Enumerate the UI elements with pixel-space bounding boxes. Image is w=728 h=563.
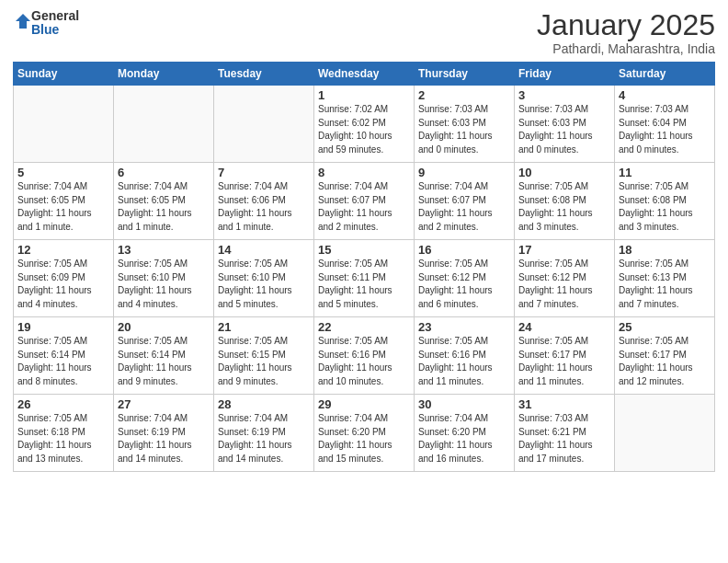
day-info: Sunrise: 7:04 AM Sunset: 6:19 PM Dayligh… [218,412,310,465]
day-info: Sunrise: 7:03 AM Sunset: 6:04 PM Dayligh… [619,103,711,156]
day-info: Sunrise: 7:05 AM Sunset: 6:13 PM Dayligh… [619,258,711,311]
day-info: Sunrise: 7:05 AM Sunset: 6:08 PM Dayligh… [619,180,711,234]
day-info: Sunrise: 7:05 AM Sunset: 6:14 PM Dayligh… [17,335,109,388]
day-number: 10 [518,166,610,179]
title-block: January 2025 Pathardi, Maharashtra, Indi… [537,9,715,56]
day-number: 12 [17,243,109,257]
day-info: Sunrise: 7:05 AM Sunset: 6:15 PM Dayligh… [218,335,310,388]
day-headers-row: Sunday Monday Tuesday Wednesday Thursday… [14,63,715,86]
cell-w2-d6: 10Sunrise: 7:05 AM Sunset: 6:08 PM Dayli… [515,163,615,240]
cell-w1-d4: 1Sunrise: 7:02 AM Sunset: 6:02 PM Daylig… [314,86,415,163]
day-info: Sunrise: 7:04 AM Sunset: 6:19 PM Dayligh… [118,412,210,465]
day-number: 17 [518,243,610,257]
day-number: 3 [518,88,610,102]
day-number: 8 [318,166,410,179]
cell-w2-d3: 7Sunrise: 7:04 AM Sunset: 6:06 PM Daylig… [214,163,314,240]
cell-w3-d7: 18Sunrise: 7:05 AM Sunset: 6:13 PM Dayli… [615,240,715,317]
cell-w5-d5: 30Sunrise: 7:04 AM Sunset: 6:20 PM Dayli… [415,395,515,472]
day-number: 20 [118,320,210,334]
cell-w4-d7: 25Sunrise: 7:05 AM Sunset: 6:17 PM Dayli… [615,317,715,395]
cell-w1-d5: 2Sunrise: 7:03 AM Sunset: 6:03 PM Daylig… [415,86,515,163]
day-info: Sunrise: 7:03 AM Sunset: 6:21 PM Dayligh… [518,412,610,465]
week-row-3: 12Sunrise: 7:05 AM Sunset: 6:09 PM Dayli… [14,240,715,317]
day-number: 7 [218,166,310,179]
cell-w1-d3 [214,86,314,163]
day-number: 2 [418,88,510,102]
day-number: 21 [218,320,310,334]
cell-w3-d2: 13Sunrise: 7:05 AM Sunset: 6:10 PM Dayli… [114,240,214,317]
cell-w4-d5: 23Sunrise: 7:05 AM Sunset: 6:16 PM Dayli… [415,317,515,395]
th-saturday: Saturday [615,63,715,86]
cell-w5-d3: 28Sunrise: 7:04 AM Sunset: 6:19 PM Dayli… [214,395,314,472]
day-info: Sunrise: 7:02 AM Sunset: 6:02 PM Dayligh… [318,103,410,156]
day-info: Sunrise: 7:05 AM Sunset: 6:10 PM Dayligh… [218,258,310,311]
day-number: 31 [518,397,610,411]
month-title: January 2025 [537,9,715,41]
cell-w1-d7: 4Sunrise: 7:03 AM Sunset: 6:04 PM Daylig… [615,86,715,163]
day-info: Sunrise: 7:04 AM Sunset: 6:05 PM Dayligh… [17,180,109,234]
logo: General Blue [13,9,79,38]
cell-w2-d5: 9Sunrise: 7:04 AM Sunset: 6:07 PM Daylig… [415,163,515,240]
day-info: Sunrise: 7:03 AM Sunset: 6:03 PM Dayligh… [418,103,510,156]
week-row-4: 19Sunrise: 7:05 AM Sunset: 6:14 PM Dayli… [14,317,715,395]
day-number: 18 [619,243,711,257]
day-number: 19 [17,320,109,334]
cell-w2-d2: 6Sunrise: 7:04 AM Sunset: 6:05 PM Daylig… [114,163,214,240]
day-info: Sunrise: 7:05 AM Sunset: 6:11 PM Dayligh… [318,258,410,311]
cell-w5-d4: 29Sunrise: 7:04 AM Sunset: 6:20 PM Dayli… [314,395,415,472]
location: Pathardi, Maharashtra, India [537,41,715,56]
header: General Blue January 2025 Pathardi, Maha… [13,9,715,56]
week-row-2: 5Sunrise: 7:04 AM Sunset: 6:05 PM Daylig… [14,163,715,240]
day-info: Sunrise: 7:05 AM Sunset: 6:12 PM Dayligh… [418,258,510,311]
day-info: Sunrise: 7:04 AM Sunset: 6:20 PM Dayligh… [318,412,410,465]
cell-w5-d1: 26Sunrise: 7:05 AM Sunset: 6:18 PM Dayli… [14,395,114,472]
th-monday: Monday [114,63,214,86]
cell-w5-d2: 27Sunrise: 7:04 AM Sunset: 6:19 PM Dayli… [114,395,214,472]
day-info: Sunrise: 7:04 AM Sunset: 6:07 PM Dayligh… [318,180,410,234]
cell-w1-d6: 3Sunrise: 7:03 AM Sunset: 6:03 PM Daylig… [515,86,615,163]
day-info: Sunrise: 7:05 AM Sunset: 6:17 PM Dayligh… [619,335,711,388]
day-number: 6 [118,166,210,179]
day-info: Sunrise: 7:04 AM Sunset: 6:20 PM Dayligh… [418,412,510,465]
day-info: Sunrise: 7:05 AM Sunset: 6:14 PM Dayligh… [118,335,210,388]
day-number: 11 [619,166,711,179]
day-number: 15 [318,243,410,257]
cell-w4-d4: 22Sunrise: 7:05 AM Sunset: 6:16 PM Dayli… [314,317,415,395]
day-number: 13 [118,243,210,257]
day-info: Sunrise: 7:03 AM Sunset: 6:03 PM Dayligh… [518,103,610,156]
cell-w1-d1 [14,86,114,163]
page: General Blue January 2025 Pathardi, Maha… [0,0,728,563]
day-number: 22 [318,320,410,334]
th-sunday: Sunday [14,63,114,86]
day-info: Sunrise: 7:05 AM Sunset: 6:16 PM Dayligh… [318,335,410,388]
cell-w4-d3: 21Sunrise: 7:05 AM Sunset: 6:15 PM Dayli… [214,317,314,395]
cell-w3-d5: 16Sunrise: 7:05 AM Sunset: 6:12 PM Dayli… [415,240,515,317]
day-number: 14 [218,243,310,257]
cell-w4-d1: 19Sunrise: 7:05 AM Sunset: 6:14 PM Dayli… [14,317,114,395]
day-number: 1 [318,88,410,102]
day-info: Sunrise: 7:05 AM Sunset: 6:08 PM Dayligh… [518,180,610,234]
day-number: 16 [418,243,510,257]
calendar: Sunday Monday Tuesday Wednesday Thursday… [13,62,715,472]
day-info: Sunrise: 7:05 AM Sunset: 6:09 PM Dayligh… [17,258,109,311]
day-info: Sunrise: 7:05 AM Sunset: 6:16 PM Dayligh… [418,335,510,388]
week-row-1: 1Sunrise: 7:02 AM Sunset: 6:02 PM Daylig… [14,86,715,163]
day-info: Sunrise: 7:04 AM Sunset: 6:07 PM Dayligh… [418,180,510,234]
cell-w2-d1: 5Sunrise: 7:04 AM Sunset: 6:05 PM Daylig… [14,163,114,240]
th-friday: Friday [515,63,615,86]
cell-w3-d3: 14Sunrise: 7:05 AM Sunset: 6:10 PM Dayli… [214,240,314,317]
day-info: Sunrise: 7:04 AM Sunset: 6:05 PM Dayligh… [118,180,210,234]
cell-w5-d6: 31Sunrise: 7:03 AM Sunset: 6:21 PM Dayli… [515,395,615,472]
day-info: Sunrise: 7:04 AM Sunset: 6:06 PM Dayligh… [218,180,310,234]
day-number: 27 [118,397,210,411]
logo-text: General Blue [31,9,79,38]
day-number: 4 [619,88,711,102]
cell-w2-d7: 11Sunrise: 7:05 AM Sunset: 6:08 PM Dayli… [615,163,715,240]
day-number: 5 [17,166,109,179]
day-info: Sunrise: 7:05 AM Sunset: 6:17 PM Dayligh… [518,335,610,388]
th-wednesday: Wednesday [314,63,415,86]
day-number: 25 [619,320,711,334]
th-tuesday: Tuesday [214,63,314,86]
day-number: 30 [418,397,510,411]
logo-icon [15,13,31,29]
